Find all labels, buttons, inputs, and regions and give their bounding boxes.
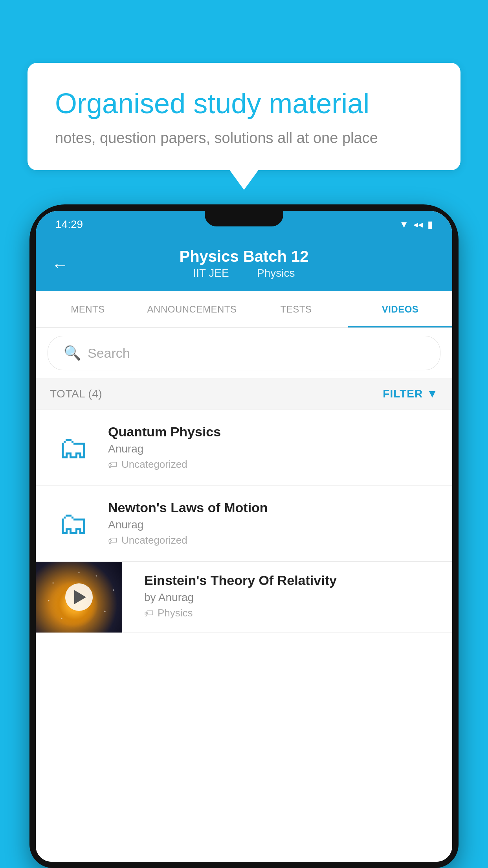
status-icons: ▼ ◂◂ ▮	[399, 219, 433, 230]
tag-icon: 🏷	[108, 535, 117, 546]
status-time: 14:29	[55, 218, 83, 231]
subtitle-physics: Physics	[257, 267, 295, 279]
item-thumbnail: 🗂	[50, 424, 97, 471]
play-button[interactable]	[65, 583, 93, 611]
tag-icon: 🏷	[108, 459, 117, 470]
folder-icon: 🗂	[58, 508, 89, 539]
tab-tests[interactable]: TESTS	[244, 291, 348, 327]
tag-label: Physics	[158, 607, 193, 619]
video-thumbnail-image	[36, 562, 122, 633]
page-title: Physics Batch 12	[51, 248, 437, 265]
filter-label: FILTER	[383, 388, 423, 400]
video-title: Quantum Physics	[108, 424, 438, 440]
wifi-icon: ▼	[399, 219, 409, 230]
battery-icon: ▮	[427, 219, 433, 230]
search-icon: 🔍	[64, 345, 81, 361]
filter-bar: TOTAL (4) FILTER ▼	[36, 378, 452, 410]
video-author: Anurag	[108, 443, 438, 455]
video-tag: 🏷 Uncategorized	[108, 534, 438, 546]
speech-bubble: Organised study material notes, question…	[28, 63, 460, 170]
item-thumbnail: 🗂	[50, 500, 97, 547]
subtitle-iitjee: IIT JEE	[193, 267, 229, 279]
back-button[interactable]: ←	[51, 255, 69, 275]
video-title: Einstein's Theory Of Relativity	[144, 573, 441, 588]
tabs-bar: MENTS ANNOUNCEMENTS TESTS VIDEOS	[36, 291, 452, 328]
search-bar-container: 🔍 Search	[36, 328, 452, 378]
list-item[interactable]: 🗂 Newton's Laws of Motion Anurag 🏷 Uncat…	[36, 486, 452, 562]
video-title: Newton's Laws of Motion	[108, 500, 438, 515]
subtitle-divider	[242, 267, 248, 279]
page-subtitle: IIT JEE Physics	[51, 267, 437, 280]
speech-bubble-subtext: notes, question papers, solutions all at…	[55, 130, 433, 147]
folder-icon: 🗂	[58, 432, 89, 463]
tag-label: Uncategorized	[121, 458, 187, 471]
tag-icon: 🏷	[144, 608, 154, 619]
app-bar: ← Physics Batch 12 IIT JEE Physics	[36, 238, 452, 291]
tag-label: Uncategorized	[121, 534, 187, 546]
signal-icon: ◂◂	[413, 219, 423, 230]
video-author: Anurag	[108, 519, 438, 531]
video-list: 🗂 Quantum Physics Anurag 🏷 Uncategorized	[36, 410, 452, 862]
search-placeholder-text: Search	[88, 346, 130, 361]
item-info: Einstein's Theory Of Relativity by Anura…	[133, 562, 452, 630]
item-info: Quantum Physics Anurag 🏷 Uncategorized	[108, 424, 438, 471]
video-author: by Anurag	[144, 591, 441, 604]
filter-button[interactable]: FILTER ▼	[383, 388, 438, 400]
total-count-label: TOTAL (4)	[50, 388, 102, 400]
screen-content: ← Physics Batch 12 IIT JEE Physics MENTS…	[36, 238, 452, 862]
phone-frame: 14:29 ▼ ◂◂ ▮ ← Physics Batch 12 IIT JEE …	[29, 204, 459, 868]
tab-ments[interactable]: MENTS	[36, 291, 140, 327]
speech-bubble-heading: Organised study material	[55, 86, 433, 120]
search-input[interactable]: 🔍 Search	[48, 336, 440, 370]
status-bar: 14:29 ▼ ◂◂ ▮	[36, 211, 452, 238]
item-info: Newton's Laws of Motion Anurag 🏷 Uncateg…	[108, 500, 438, 546]
list-item[interactable]: 🗂 Quantum Physics Anurag 🏷 Uncategorized	[36, 410, 452, 486]
speech-bubble-container: Organised study material notes, question…	[28, 63, 460, 170]
tab-videos[interactable]: VIDEOS	[348, 291, 452, 327]
phone-screen: 14:29 ▼ ◂◂ ▮ ← Physics Batch 12 IIT JEE …	[36, 211, 452, 862]
filter-icon: ▼	[427, 388, 438, 400]
play-icon	[74, 590, 86, 604]
list-item[interactable]: Einstein's Theory Of Relativity by Anura…	[36, 562, 452, 633]
tab-announcements[interactable]: ANNOUNCEMENTS	[140, 291, 244, 327]
video-tag: 🏷 Uncategorized	[108, 458, 438, 471]
video-tag: 🏷 Physics	[144, 607, 441, 619]
